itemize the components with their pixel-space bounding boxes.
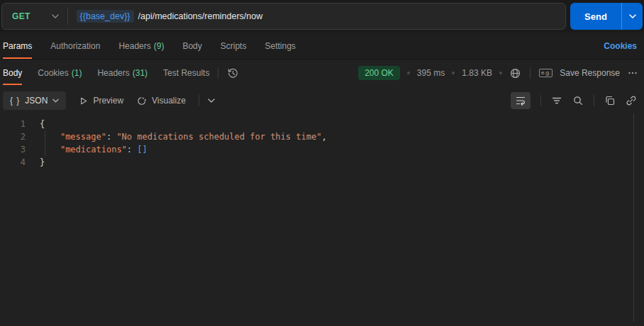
divider [594,95,594,106]
response-header: BodyCookies(1)Headers(31)Test Results 20… [0,61,644,85]
divider [540,95,541,106]
tab-label: Cookies [38,68,68,78]
line-content: "message": "No medications scheduled for… [26,130,327,143]
chevron-down-icon [629,14,636,18]
response-time[interactable]: 395 ms [417,68,445,78]
copy-icon[interactable] [604,95,616,106]
tab-label: Body [3,68,22,78]
divider [199,95,199,106]
send-button[interactable]: Send [570,3,621,30]
filter-icon[interactable] [551,95,562,106]
sparkle-icon [136,96,147,106]
request-tab-scripts[interactable]: Scripts [221,33,247,59]
tab-label: Params [3,41,32,51]
method-label: GET [12,11,30,21]
editor-scroll-divider [633,113,634,322]
chevron-down-icon [52,14,59,18]
divider [530,67,531,79]
search-icon[interactable] [572,95,584,106]
response-toolbar: { } JSON Preview Visualize [0,88,644,113]
indent-guide [45,143,45,156]
tab-label: Headers [97,68,129,78]
url-group: GET {{base_dev}} /api/medications/remind… [1,3,566,30]
response-tab-cookies[interactable]: Cookies(1) [38,61,82,85]
preview-button[interactable]: Preview [79,96,123,106]
method-dropdown[interactable]: GET [2,4,67,29]
response-tab-body[interactable]: Body [3,61,22,85]
response-size[interactable]: 1.83 KB [462,68,492,78]
tab-label: Headers [118,41,150,51]
code-line: 2 "message": "No medications scheduled f… [0,130,644,143]
request-tab-headers[interactable]: Headers(9) [118,33,164,59]
request-tab-settings[interactable]: Settings [265,33,295,59]
divider [218,67,218,79]
tab-count-badge: (9) [154,41,165,51]
save-response-button[interactable]: Save Response [560,68,620,78]
response-body-editor[interactable]: 1{2 "message": "No medications scheduled… [0,113,644,322]
url-input[interactable]: {{base_dev}} /api/medications/reminders/… [68,10,565,23]
request-bar: GET {{base_dev}} /api/medications/remind… [0,0,644,33]
request-tab-body[interactable]: Body [182,33,201,59]
wrap-text-button[interactable] [511,92,531,109]
tab-label: Test Results [163,68,209,78]
tab-count-badge: (31) [133,68,148,78]
more-options-icon[interactable] [627,67,638,79]
url-path: /api/medications/reminders/now [138,11,263,21]
line-content: { [26,118,45,130]
line-number: 3 [0,143,26,156]
tab-label: Body [182,41,201,51]
tab-label: Authorization [50,41,100,51]
send-options-button[interactable] [621,3,643,30]
environment-variable-chip[interactable]: {{base_dev}} [77,10,134,23]
body-format-dropdown[interactable]: { } JSON [3,91,66,110]
format-label: JSON [25,96,48,106]
tab-count-badge: (1) [72,68,82,78]
more-views-chevron-icon[interactable] [208,99,215,103]
cookies-link[interactable]: Cookies [604,33,637,59]
dot-separator [452,72,455,74]
toolbar-right [511,92,637,109]
tab-label: Settings [265,41,295,51]
line-content: } [26,156,45,169]
response-meta: 200 OK 395 ms 1.83 KB e.g. Save Response [358,61,638,85]
request-tabs: ParamsAuthorizationHeaders(9)BodyScripts… [0,33,644,60]
visualize-button[interactable]: Visualize [136,96,186,106]
response-tab-test-results[interactable]: Test Results [163,61,209,85]
response-tab-headers[interactable]: Headers(31) [97,61,148,85]
history-icon[interactable] [227,61,239,85]
link-icon[interactable] [626,95,637,106]
code-line: 3 "medications": [] [0,143,644,156]
request-tab-authorization[interactable]: Authorization [50,33,100,59]
chevron-down-icon [52,99,59,103]
tab-label: Scripts [221,41,247,51]
dot-separator [499,72,502,74]
line-number: 2 [0,130,26,143]
code-line: 4} [0,156,644,169]
save-as-example-icon[interactable]: e.g. [539,69,553,77]
request-tab-params[interactable]: Params [3,33,32,59]
line-number: 1 [0,118,26,130]
line-number: 4 [0,156,26,169]
dot-separator [407,72,410,74]
code-line: 1{ [0,118,644,130]
send-split-button: Send [570,3,643,30]
play-icon [79,96,88,106]
network-globe-icon[interactable] [509,67,521,79]
status-badge[interactable]: 200 OK [358,66,400,80]
line-content: "medications": [] [26,143,148,156]
braces-icon: { } [10,96,20,106]
indent-guide [45,130,45,143]
